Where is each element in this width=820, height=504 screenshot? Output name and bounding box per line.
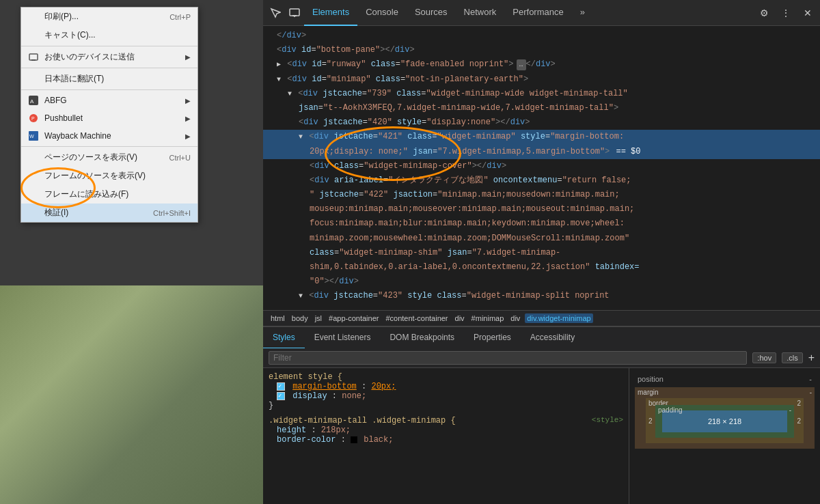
margin-dash: - bbox=[810, 389, 812, 396]
tab-dom-breakpoints[interactable]: DOM Breakpoints bbox=[380, 327, 464, 349]
css-source[interactable]: <style> bbox=[592, 416, 623, 425]
css-prop-value: black; bbox=[364, 435, 393, 445]
styles-left-panel[interactable]: element style { margin-bottom : 20px; di… bbox=[263, 368, 629, 504]
tab-styles[interactable]: Styles bbox=[263, 327, 305, 349]
expand-icon[interactable]: ▼ bbox=[299, 292, 303, 300]
expand-icon[interactable]: ▼ bbox=[299, 133, 303, 141]
dollar-zero: == $0 bbox=[615, 147, 642, 156]
tree-line-selected[interactable]: ▼ <div jstcache="421" class="widget-mini… bbox=[263, 130, 820, 144]
css-prop-checkbox[interactable] bbox=[277, 392, 285, 400]
inspect-element-button[interactable] bbox=[266, 3, 285, 23]
css-property-line[interactable]: display : none; bbox=[269, 391, 623, 401]
context-menu-item-pushbullet[interactable]: P Pushbullet ▶ bbox=[21, 109, 197, 127]
view-source-icon bbox=[28, 152, 39, 163]
add-style-button[interactable]: + bbox=[808, 352, 815, 363]
tree-line[interactable]: <div class="widget-minimap-cover"></div> bbox=[263, 159, 820, 173]
close-button[interactable]: ✕ bbox=[798, 3, 817, 23]
cls-button[interactable]: .cls bbox=[782, 352, 803, 363]
tab-accessibility[interactable]: Accessibility bbox=[521, 327, 584, 349]
css-prop-value: none; bbox=[342, 391, 366, 401]
more-options-button[interactable]: ⋮ bbox=[776, 3, 795, 23]
tree-line[interactable]: ▼ <div jstcache="423" style class="widge… bbox=[263, 289, 820, 303]
context-menu-item-inspect[interactable]: 検証(I) Ctrl+Shift+I bbox=[21, 204, 197, 222]
tree-line[interactable]: mouseup:minimap.main;mouseover:minimap.m… bbox=[263, 202, 820, 216]
settings-button[interactable]: ⚙ bbox=[754, 3, 774, 23]
tree-line[interactable]: <div jstcache="420" style="display:none"… bbox=[263, 115, 820, 130]
tree-line[interactable]: minimap.zoom;mousewheel:minimap.zoom;DOM… bbox=[263, 232, 820, 246]
tab-sources[interactable]: Sources bbox=[407, 0, 456, 26]
tree-line-selected[interactable]: 20px;display: none;" jsan="7.widget-mini… bbox=[263, 145, 820, 159]
hov-button[interactable]: :hov bbox=[752, 352, 776, 363]
tab-event-listeners[interactable]: Event Listeners bbox=[305, 327, 381, 349]
expand-icon[interactable]: ▼ bbox=[288, 90, 292, 98]
context-menu-item-wayback[interactable]: W Wayback Machine ▶ bbox=[21, 127, 197, 145]
tab-properties[interactable]: Properties bbox=[464, 327, 521, 349]
context-menu-item-abfg[interactable]: A ABFG ▶ bbox=[21, 92, 197, 109]
position-value: - bbox=[809, 375, 812, 383]
breadcrumb-app-container[interactable]: #app-container bbox=[327, 313, 381, 323]
abfg-icon: A bbox=[28, 95, 39, 106]
tab-more[interactable]: » bbox=[572, 0, 593, 26]
separator bbox=[21, 89, 197, 90]
tree-line[interactable]: shim,0.tabindex,0.aria-label,0.oncontext… bbox=[263, 260, 820, 275]
svg-text:A: A bbox=[30, 98, 34, 104]
tree-line[interactable]: </div> bbox=[263, 29, 820, 43]
context-menu-label: 検証(I) bbox=[44, 207, 139, 219]
breadcrumb-minimap[interactable]: #minimap bbox=[469, 313, 506, 323]
tree-line[interactable]: ▼ <div id="minimap" class="not-in-planet… bbox=[263, 72, 820, 87]
separator bbox=[21, 46, 197, 46]
html-tree[interactable]: </div> <div id="bottom-pane"></div> ▶ <d… bbox=[263, 26, 820, 310]
submenu-arrow: ▶ bbox=[185, 132, 191, 140]
pushbullet-icon: P bbox=[28, 113, 39, 124]
tree-line[interactable]: <div id="bottom-pane"></div> bbox=[263, 43, 820, 57]
context-menu-item-frame-load[interactable]: フレームに読み込み(F) bbox=[21, 185, 197, 204]
tree-line[interactable]: "0"></div> bbox=[263, 275, 820, 289]
context-menu-label: フレームに読み込み(F) bbox=[44, 188, 191, 200]
margin-label: margin bbox=[638, 389, 659, 396]
context-menu-item-view-source[interactable]: ページのソースを表示(V) Ctrl+U bbox=[21, 148, 197, 167]
context-menu-item-cast[interactable]: キャスト(C)... bbox=[21, 26, 197, 44]
breadcrumb-body[interactable]: body bbox=[290, 313, 310, 323]
ellipsis-btn[interactable]: … bbox=[517, 59, 526, 70]
bottom-tabs: Styles Event Listeners DOM Breakpoints P… bbox=[263, 326, 820, 348]
css-property-line[interactable]: border-color : black; bbox=[269, 435, 623, 445]
box-model-panel: position - margin - 20 border 2 2 2 bbox=[629, 368, 820, 504]
tree-line[interactable]: class="widget-minimap-shim" jsan="7.widg… bbox=[263, 246, 820, 260]
tab-performance[interactable]: Performance bbox=[504, 0, 571, 26]
frame-load-icon bbox=[28, 189, 39, 200]
devtools-toolbar: Elements Console Sources Network Perform… bbox=[263, 0, 820, 26]
tree-line[interactable]: ▼ <div jstcache="739" class="widget-mini… bbox=[263, 87, 820, 101]
tree-line[interactable]: <div aria-label="インタラクティブな地図" oncontextm… bbox=[263, 173, 820, 188]
tree-line[interactable]: focus:minimap.main;blur:minimap.main;key… bbox=[263, 216, 820, 231]
context-menu-shortcut: Ctrl+U bbox=[169, 154, 191, 162]
separator bbox=[21, 68, 197, 68]
css-property-line[interactable]: margin-bottom : 20px; bbox=[269, 382, 623, 391]
device-toolbar-button[interactable] bbox=[285, 3, 304, 23]
breadcrumb-html[interactable]: html bbox=[269, 313, 287, 323]
breadcrumb-content-container[interactable]: #content-container bbox=[383, 313, 450, 323]
css-selector: element style { bbox=[269, 372, 342, 382]
breadcrumb-div2[interactable]: div bbox=[508, 313, 522, 323]
context-menu-item-translate[interactable]: 日本語に翻訳(T) bbox=[21, 70, 197, 88]
css-property-line[interactable]: height : 218px; bbox=[269, 425, 623, 435]
context-menu-item-print[interactable]: 印刷(P)... Ctrl+P bbox=[21, 8, 197, 26]
breadcrumb-widget-minimap[interactable]: div.widget-minimap bbox=[525, 313, 592, 323]
breadcrumb-jsl[interactable]: jsl bbox=[313, 313, 324, 323]
context-menu-label: 印刷(P)... bbox=[44, 11, 156, 23]
expand-icon[interactable]: ▼ bbox=[277, 76, 281, 83]
tree-line[interactable]: ▶ <div id="runway" class="fade-enabled n… bbox=[263, 57, 820, 72]
tree-line[interactable]: jsan="t--AokhX3MFEQ,7.widget-minimap-wid… bbox=[263, 101, 820, 115]
tab-elements[interactable]: Elements bbox=[304, 0, 357, 26]
breadcrumb-div[interactable]: div bbox=[453, 313, 467, 323]
styles-filter-input[interactable] bbox=[269, 351, 747, 365]
border-left: 2 bbox=[648, 417, 653, 425]
tab-network[interactable]: Network bbox=[456, 0, 505, 26]
css-prop-name: height bbox=[277, 425, 306, 435]
context-menu-item-frame-source[interactable]: フレームのソースを表示(V) bbox=[21, 167, 197, 185]
expand-icon[interactable]: ▶ bbox=[277, 61, 281, 68]
tab-console[interactable]: Console bbox=[357, 0, 407, 26]
tree-line[interactable]: " jstcache="422" jsaction="minimap.main;… bbox=[263, 188, 820, 202]
css-prop-checkbox[interactable] bbox=[277, 382, 285, 391]
css-prop-name: display bbox=[292, 391, 327, 401]
context-menu-item-send-device[interactable]: お使いのデバイスに送信 ▶ bbox=[21, 48, 197, 66]
